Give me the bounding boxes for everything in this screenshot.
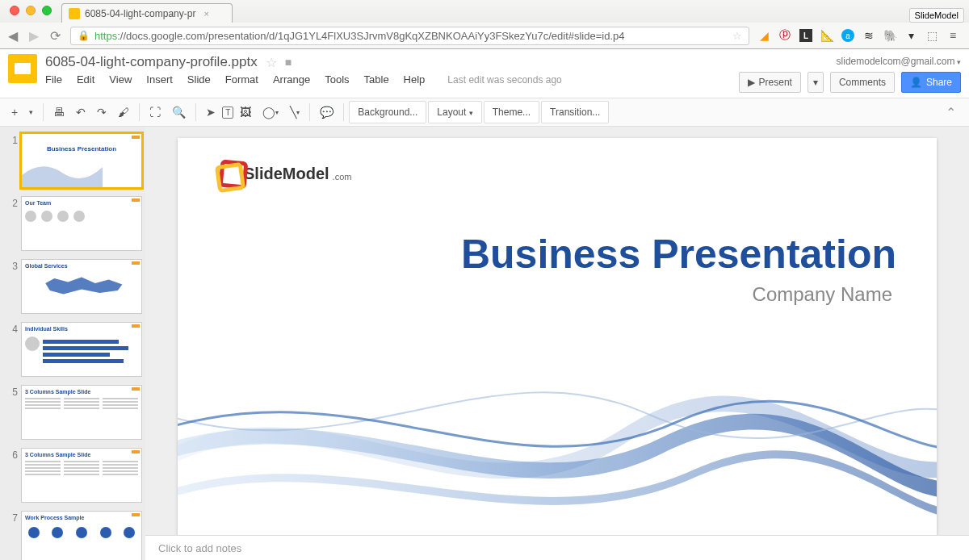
share-label: Share	[926, 77, 952, 88]
thumb-row[interactable]: 4 Individual Skills	[3, 322, 142, 377]
url-path: ://docs.google.com/presentation/d/1qJG1Y…	[117, 30, 624, 42]
forward-button[interactable]: ▶	[27, 28, 40, 44]
ext-l-icon[interactable]: L	[799, 29, 812, 42]
new-slide-dropdown[interactable]: ▾	[24, 105, 38, 119]
fit-button[interactable]: ⛶	[145, 102, 166, 122]
textbox-tool[interactable]: T	[222, 107, 233, 119]
canvas-scroll[interactable]: SlideModel .com Business Presentation Co…	[145, 127, 969, 535]
back-button[interactable]: ◀	[6, 28, 19, 44]
tab-bar: 6085-04-light-company-pr × SlideModel	[0, 0, 969, 23]
comments-button[interactable]: Comments	[830, 72, 895, 93]
menu-file[interactable]: File	[45, 73, 62, 86]
user-email[interactable]: slidemodelcom@gmail.com	[837, 56, 961, 67]
slide-thumbnail-3[interactable]: Global Services	[21, 259, 142, 314]
toolbar: + ▾ 🖶 ↶ ↷ 🖌 ⛶ 🔍 ➤ T 🖼 ◯▾ ╲▾ 💬 Background…	[0, 98, 969, 127]
new-slide-button[interactable]: +	[6, 102, 23, 122]
extension-badge[interactable]: SlideModel	[909, 8, 964, 23]
menu-table[interactable]: Table	[364, 73, 389, 86]
shape-tool[interactable]: ◯▾	[258, 102, 283, 122]
slide-number: 1	[3, 133, 18, 146]
present-button[interactable]: ▶Present	[739, 72, 801, 93]
comments-label: Comments	[839, 77, 886, 88]
menu-slide[interactable]: Slide	[187, 73, 211, 86]
slide-number: 6	[3, 448, 18, 461]
paint-format-button[interactable]: 🖌	[113, 102, 134, 122]
bookmark-star-icon[interactable]: ☆	[732, 30, 742, 42]
slide-thumbnail-6[interactable]: 3 Columns Sample Slide	[21, 448, 142, 503]
speaker-notes[interactable]: Click to add notes	[145, 535, 969, 560]
ext-a-icon[interactable]: a	[841, 29, 854, 42]
document-title[interactable]: 6085-04-light-company-profile.pptx	[45, 54, 258, 70]
last-edit-label[interactable]: Last edit was seconds ago	[447, 74, 561, 86]
minimize-window-button[interactable]	[26, 6, 36, 15]
thumb-row[interactable]: 5 3 Columns Sample Slide	[3, 385, 142, 440]
close-window-button[interactable]	[10, 6, 19, 15]
thumb-row[interactable]: 2 Our Team	[3, 196, 142, 251]
slide-thumbnail-4[interactable]: Individual Skills	[21, 322, 142, 377]
lock-icon: 🔒	[78, 30, 90, 41]
theme-button[interactable]: Theme...	[484, 101, 539, 123]
ext-pocket-icon[interactable]: ▾	[904, 29, 917, 42]
browser-menu-icon[interactable]: ≡	[946, 29, 959, 42]
image-tool[interactable]: 🖼	[235, 102, 256, 122]
present-dropdown[interactable]: ▾	[808, 72, 824, 93]
maximize-window-button[interactable]	[42, 6, 52, 15]
slide-title[interactable]: Business Presentation	[461, 231, 896, 278]
main-area: 1 Business Presentation 2 Our Team 3 Glo…	[0, 127, 969, 560]
expand-toolbar-icon[interactable]: ⌃	[939, 102, 963, 123]
ext-dev-icon[interactable]: ⬚	[925, 29, 938, 42]
slidemodel-logo: SlideModel .com	[218, 162, 351, 185]
tab-close-icon[interactable]: ×	[203, 9, 208, 19]
layout-label: Layout	[437, 107, 466, 118]
ext-evernote-icon[interactable]: 🐘	[883, 29, 896, 42]
redo-button[interactable]: ↷	[92, 102, 111, 122]
slide-thumbnail-7[interactable]: Work Process Sample	[21, 511, 142, 560]
slides-favicon	[69, 8, 80, 19]
slide-thumbnail-1[interactable]: Business Presentation	[21, 133, 142, 188]
share-button[interactable]: 👤Share	[901, 72, 961, 93]
thumb-row[interactable]: 3 Global Services	[3, 259, 142, 314]
browser-tab[interactable]: 6085-04-light-company-pr ×	[61, 3, 233, 23]
slide-subtitle[interactable]: Company Name	[753, 283, 892, 306]
logo-mark-icon	[218, 162, 241, 185]
menu-view[interactable]: View	[109, 73, 132, 86]
menu-edit[interactable]: Edit	[77, 73, 94, 86]
thumb-row[interactable]: 6 3 Columns Sample Slide	[3, 448, 142, 503]
transition-button[interactable]: Transition...	[541, 101, 609, 123]
filmstrip[interactable]: 1 Business Presentation 2 Our Team 3 Glo…	[0, 127, 145, 560]
ext-buffer-icon[interactable]: ≋	[862, 29, 875, 42]
menu-format[interactable]: Format	[225, 73, 258, 86]
slide-number: 3	[3, 259, 18, 272]
slides-app-icon[interactable]	[8, 54, 37, 83]
layout-button[interactable]: Layout ▾	[428, 101, 481, 123]
undo-button[interactable]: ↶	[71, 102, 90, 122]
logo-suffix: .com	[333, 172, 352, 185]
address-bar: ◀ ▶ ⟳ 🔒 https://docs.google.com/presenta…	[0, 23, 969, 48]
menu-arrange[interactable]: Arrange	[273, 73, 310, 86]
thumb-row[interactable]: 7 Work Process Sample	[3, 511, 142, 560]
menu-help[interactable]: Help	[404, 73, 426, 86]
slide-number: 5	[3, 385, 18, 398]
line-tool[interactable]: ╲▾	[285, 102, 304, 122]
url-input[interactable]: 🔒 https://docs.google.com/presentation/d…	[70, 27, 749, 45]
url-protocol: https	[94, 30, 117, 42]
star-icon[interactable]: ☆	[266, 55, 277, 70]
thumb-row[interactable]: 1 Business Presentation	[3, 133, 142, 188]
menu-tools[interactable]: Tools	[325, 73, 349, 86]
zoom-button[interactable]: 🔍	[167, 102, 191, 122]
menu-insert[interactable]: Insert	[146, 73, 173, 86]
slide-number: 2	[3, 196, 18, 209]
ext-ruler-icon[interactable]: 📐	[820, 29, 833, 42]
canvas-area: SlideModel .com Business Presentation Co…	[145, 127, 969, 560]
slide-canvas[interactable]: SlideModel .com Business Presentation Co…	[178, 138, 937, 535]
reload-button[interactable]: ⟳	[48, 28, 62, 44]
slide-thumbnail-5[interactable]: 3 Columns Sample Slide	[21, 385, 142, 440]
ext-pinterest-icon[interactable]: ⓟ	[778, 29, 791, 42]
print-button[interactable]: 🖶	[48, 102, 69, 122]
slide-thumbnail-2[interactable]: Our Team	[21, 196, 142, 251]
move-folder-icon[interactable]: ■	[285, 56, 292, 69]
ext-analytics-icon[interactable]: ◢	[757, 29, 770, 42]
comment-tool[interactable]: 💬	[315, 102, 338, 122]
select-tool[interactable]: ➤	[201, 102, 220, 122]
background-button[interactable]: Background...	[349, 101, 426, 123]
